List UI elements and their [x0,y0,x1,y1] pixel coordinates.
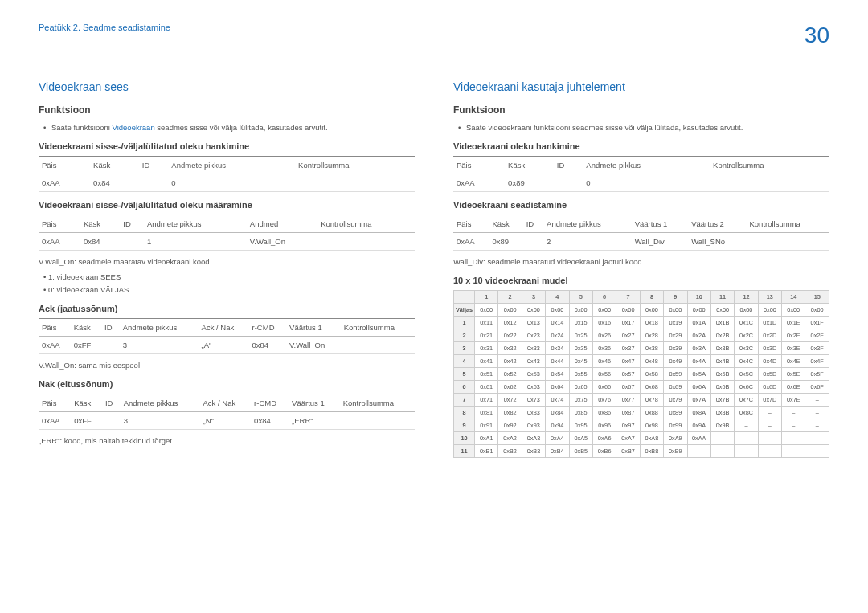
grid-cell: – [758,419,781,432]
grid-cell: 0x5E [782,368,805,381]
table-header: Käsk [71,394,102,412]
grid-cell: 0x36 [592,342,616,355]
grid-cell: 0x54 [546,368,569,381]
table-header: Andmed [247,215,317,233]
grid-cell: 0x2E [782,329,805,342]
grid-cell: 0x11 [475,317,498,329]
grid-cell: 0x29 [664,329,687,342]
grid-cell: 0x86 [592,407,616,419]
section-title-right: Videoekraani kasutaja juhtelement [453,80,829,93]
grid-cell: 0x5A [687,368,710,381]
grid-cell: – [687,445,710,458]
table-cell [554,174,583,192]
grid-table: 123456789101112131415Väljas0x000x000x000… [453,290,829,458]
table-cell: „A" [199,336,249,353]
grid-cell: – [805,394,829,407]
grid-cell: 0x79 [664,394,687,407]
grid-cell: 0x5D [758,368,781,381]
grid-cell: 0x59 [664,368,687,381]
table-header: Käsk [80,215,120,233]
table-cell: 3 [121,412,200,430]
grid-cell: 0xA8 [640,432,663,445]
grid-row-header: 3 [454,342,475,355]
table-header: Kontrollsumma [710,157,829,174]
function-heading: Funktsioon [39,104,415,116]
table-cell [101,336,120,353]
grid-cell: 0x69 [664,381,687,394]
function-desc: Saate videoekraani funktsiooni seadmes s… [453,122,829,133]
grid-cell: 0x23 [522,329,545,342]
grid-cell: 0x27 [616,329,640,342]
grid-col-header: 8 [640,291,663,304]
grid-col-header: 5 [569,291,592,304]
grid-cell: 0x71 [475,394,498,407]
table-cell: 0x84 [249,336,287,353]
table-cell: 0xAA [453,174,505,192]
grid-cell: 0xA3 [522,432,545,445]
table-header: Kontrollsumma [317,215,415,233]
grid-cell: 0x7E [782,394,805,407]
table-right-1: PäisKäskIDAndmete pikkusKontrollsumma0xA… [453,156,829,192]
grid-cell: 0x2D [758,329,781,342]
grid-cell: 0x99 [664,419,687,432]
grid-cell: – [782,445,805,458]
grid-cell: 0x00 [546,304,569,317]
grid-cell: 0xA7 [616,432,640,445]
grid-col-header: 13 [758,291,781,304]
grid-cell: 0x82 [498,407,522,419]
grid-cell: 0x7B [710,394,734,407]
grid-cell: 0x53 [522,368,545,381]
grid-cell: – [735,445,758,458]
grid-cell: 0x64 [546,381,569,394]
grid-cell: 0x34 [546,342,569,355]
grid-cell: 0x96 [592,419,616,432]
grid-cell: 0x66 [592,381,616,394]
grid-cell: 0x5F [805,368,829,381]
grid-col-header: 14 [782,291,805,304]
table-cell: 0x89 [505,174,554,192]
grid-row-header: 7 [454,394,475,407]
grid-cell: – [710,445,734,458]
grid-cell: 0x73 [522,394,545,407]
grid-cell: 0x49 [664,355,687,368]
grid-cell: 0x00 [758,304,781,317]
grid-cell: – [805,445,829,458]
grid-cell: 0x6A [687,381,710,394]
grid-cell: 0x00 [592,304,616,317]
grid-cell: 0xB1 [475,445,498,458]
grid-cell: 0x6C [735,381,758,394]
table-cell [295,174,415,192]
grid-col-header: 6 [592,291,616,304]
sub-heading: Videoekraani oleku hankimine [453,141,829,151]
table-cell: Wall_Div [632,233,689,251]
table-header: r-CMD [251,394,289,412]
grid-cell: 0x6B [710,381,734,394]
table-header: Kontrollsumma [295,157,415,174]
grid-cell: 0x14 [546,317,569,329]
grid-cell: 0x00 [664,304,687,317]
grid-row-header: 8 [454,407,475,419]
grid-col-header [454,291,475,304]
grid-cell: 0x42 [498,355,522,368]
grid-col-header: 4 [546,291,569,304]
sub-heading: Nak (eitussõnum) [39,379,415,389]
grid-cell: – [758,445,781,458]
grid-col-header: 2 [498,291,522,304]
grid-cell: 0x3B [710,342,734,355]
grid-cell: 0x00 [687,304,710,317]
note-text: „ERR": kood, mis näitab tekkinud tõrget. [39,435,415,447]
table-cell [102,412,121,430]
grid-cell: – [805,432,829,445]
grid-cell: 0x37 [616,342,640,355]
grid-cell: 0x00 [475,304,498,317]
table-header: Kontrollsumma [340,394,415,412]
grid-cell: 0x2C [735,329,758,342]
table-header: ID [101,318,120,336]
sub-heading: Videoekraani sisse-/väljalülitatud oleku… [39,200,415,210]
sub-heading: Videoekraani sisse-/väljalülitatud oleku… [39,141,415,151]
table-cell: 0xAA [39,336,71,353]
table-header: Päis [39,157,90,174]
grid-cell: 0x00 [498,304,522,317]
grid-cell: 0x18 [640,317,663,329]
table-cell [120,233,144,251]
